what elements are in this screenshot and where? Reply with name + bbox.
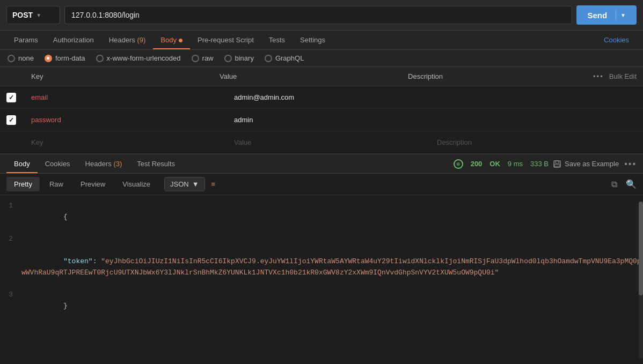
search-icon[interactable]: 🔍 bbox=[626, 179, 637, 189]
tab-settings[interactable]: Settings bbox=[293, 31, 333, 49]
save-icon bbox=[553, 160, 561, 168]
view-pretty-button[interactable]: Pretty bbox=[6, 177, 40, 191]
radio-graphql[interactable]: GraphQL bbox=[265, 54, 304, 62]
resp-tab-body[interactable]: Body bbox=[6, 154, 38, 173]
placeholder-value[interactable]: Value bbox=[231, 136, 434, 148]
resp-tab-headers[interactable]: Headers (3) bbox=[78, 154, 130, 173]
format-select-label: JSON bbox=[170, 180, 189, 188]
tab-headers[interactable]: Headers (9) bbox=[101, 31, 154, 49]
url-bar: POST ▼ Send ▼ bbox=[0, 0, 643, 31]
header-actions: ••• Bulk Edit bbox=[593, 72, 637, 80]
row2-value[interactable]: admin bbox=[231, 114, 434, 126]
line-number: 1 bbox=[0, 200, 21, 212]
tab-tests[interactable]: Tests bbox=[261, 31, 293, 49]
line-number: 3 bbox=[0, 289, 21, 301]
tab-prerequest[interactable]: Pre-request Script bbox=[190, 31, 261, 49]
status-text: OK bbox=[489, 160, 500, 168]
scrollbar[interactable] bbox=[639, 202, 643, 358]
more-options-icon[interactable]: ••• bbox=[624, 159, 637, 169]
radio-raw-circle bbox=[192, 55, 199, 62]
send-button[interactable]: Send ▼ bbox=[576, 5, 637, 25]
body-dot bbox=[179, 39, 182, 42]
resp-tab-testresults[interactable]: Test Results bbox=[129, 154, 182, 173]
format-select[interactable]: JSON ▼ bbox=[164, 177, 205, 191]
response-actions: Save as Example ••• bbox=[553, 159, 637, 169]
radio-urlencoded-label: x-www-form-urlencoded bbox=[107, 54, 181, 62]
line-content: } bbox=[21, 289, 643, 323]
body-type-row: none form-data x-www-form-urlencoded raw… bbox=[0, 50, 643, 67]
send-label: Send bbox=[587, 11, 611, 20]
save-example-label: Save as Example bbox=[565, 160, 619, 168]
radio-binary-label: binary bbox=[235, 54, 254, 62]
radio-none-label: none bbox=[18, 54, 34, 62]
code-line-3: 3 } bbox=[0, 289, 643, 323]
scrollbar-thumb[interactable] bbox=[639, 202, 643, 295]
form-table-header: Key Value Description ••• Bulk Edit bbox=[0, 67, 643, 86]
radio-form-data[interactable]: form-data bbox=[45, 54, 85, 62]
radio-form-data-circle bbox=[45, 55, 52, 62]
status-code: 200 bbox=[471, 160, 483, 168]
header-value: Value bbox=[216, 70, 405, 83]
radio-urlencoded-circle bbox=[96, 55, 104, 62]
send-chevron-icon[interactable]: ▼ bbox=[620, 12, 626, 18]
save-example-button[interactable]: Save as Example bbox=[553, 160, 619, 168]
request-tabs: Params Authorization Headers (9) Body Pr… bbox=[0, 31, 643, 50]
row2-checkbox-col bbox=[6, 115, 28, 125]
line-content: { bbox=[21, 200, 643, 234]
placeholder-key[interactable]: Key bbox=[28, 136, 231, 148]
send-divider bbox=[616, 10, 616, 20]
placeholder-description[interactable]: Description bbox=[434, 136, 637, 148]
response-size: 333 B bbox=[530, 160, 549, 168]
code-line-2: 2 "token": "eyJhbGciOiJIUzI1NiIsInR5cCI6… bbox=[0, 234, 643, 289]
svg-rect-2 bbox=[554, 165, 560, 167]
tab-body[interactable]: Body bbox=[153, 31, 190, 49]
radio-form-data-label: form-data bbox=[55, 54, 85, 62]
row2-description[interactable] bbox=[434, 118, 637, 122]
radio-raw[interactable]: raw bbox=[192, 54, 214, 62]
method-select[interactable]: POST ▼ bbox=[6, 6, 60, 24]
table-row: password admin bbox=[0, 109, 643, 131]
row1-key[interactable]: email bbox=[28, 91, 231, 103]
tab-authorization[interactable]: Authorization bbox=[46, 31, 101, 49]
table-row: email admin@admin.com bbox=[0, 86, 643, 109]
response-body-code: 1 { 2 "token": "eyJhbGciOiJIUzI1NiIsInR5… bbox=[0, 195, 643, 358]
tab-params[interactable]: Params bbox=[6, 31, 46, 49]
row2-checkbox[interactable] bbox=[6, 115, 16, 125]
resp-tab-cookies[interactable]: Cookies bbox=[38, 154, 78, 173]
radio-urlencoded[interactable]: x-www-form-urlencoded bbox=[96, 54, 181, 62]
row1-checkbox-col bbox=[6, 93, 28, 102]
resp-headers-badge: (3) bbox=[113, 160, 122, 168]
view-raw-button[interactable]: Raw bbox=[42, 177, 71, 191]
radio-none[interactable]: none bbox=[8, 54, 34, 62]
method-chevron-icon: ▼ bbox=[36, 12, 41, 18]
method-label: POST bbox=[12, 11, 33, 19]
view-preview-button[interactable]: Preview bbox=[73, 177, 113, 191]
wrap-icon[interactable]: ≡ bbox=[211, 180, 216, 188]
radio-binary[interactable]: binary bbox=[224, 54, 254, 62]
code-line-1: 1 { bbox=[0, 200, 643, 234]
header-description: Description bbox=[405, 70, 593, 83]
view-visualize-button[interactable]: Visualize bbox=[115, 177, 158, 191]
row1-description[interactable] bbox=[434, 95, 637, 100]
response-time: 9 ms bbox=[508, 160, 523, 168]
url-input[interactable] bbox=[64, 6, 572, 24]
headers-badge: (9) bbox=[137, 36, 145, 44]
svg-rect-0 bbox=[554, 161, 560, 167]
row2-key[interactable]: password bbox=[28, 114, 231, 126]
header-key: Key bbox=[28, 70, 216, 83]
response-status-area: ⊕ 200 OK 9 ms 333 B bbox=[454, 159, 553, 169]
radio-graphql-label: GraphQL bbox=[275, 54, 304, 62]
format-row: Pretty Raw Preview Visualize JSON ▼ ≡ ⧉ … bbox=[0, 174, 643, 195]
radio-graphql-circle bbox=[265, 55, 272, 62]
bulk-edit-button[interactable]: Bulk Edit bbox=[609, 72, 637, 80]
response-tabs: Body Cookies Headers (3) Test Results ⊕ … bbox=[0, 154, 643, 174]
row1-value[interactable]: admin@admin.com bbox=[231, 91, 434, 103]
line-content: "token": "eyJhbGciOiJIUzI1NiIsInR5cCI6Ik… bbox=[21, 234, 643, 289]
copy-icon[interactable]: ⧉ bbox=[611, 180, 617, 189]
more-options-icon[interactable]: ••• bbox=[593, 72, 604, 80]
row1-checkbox[interactable] bbox=[6, 93, 16, 102]
form-table: Key Value Description ••• Bulk Edit emai… bbox=[0, 67, 643, 154]
cookies-link[interactable]: Cookies bbox=[596, 31, 637, 49]
radio-binary-circle bbox=[224, 55, 232, 62]
globe-icon: ⊕ bbox=[454, 159, 463, 169]
